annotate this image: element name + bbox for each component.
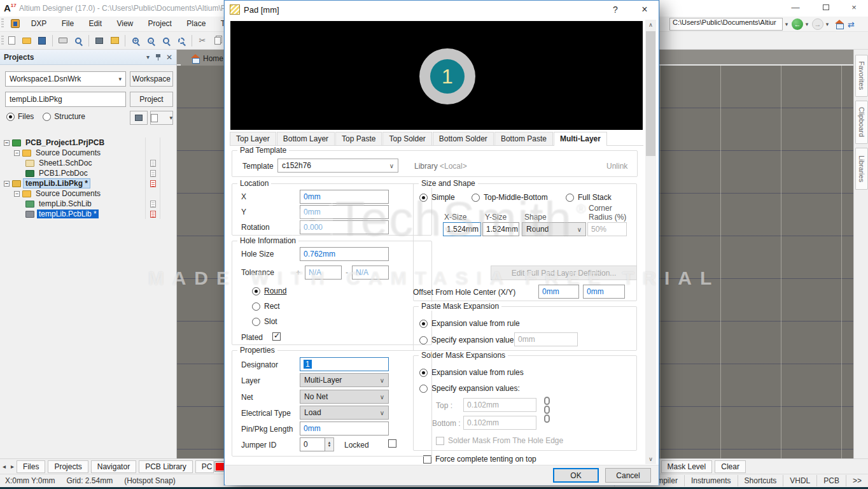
- panel-icon[interactable]: [108, 34, 122, 48]
- cancel-button[interactable]: Cancel: [605, 468, 651, 483]
- refresh-icon[interactable]: ⇄: [848, 20, 855, 29]
- shape-select[interactable]: Round∨: [522, 222, 586, 236]
- maximize-button[interactable]: [812, 0, 840, 14]
- tree-item-project[interactable]: PCB_Project1.PrjPCB: [4, 138, 173, 148]
- menu-project[interactable]: Project: [142, 17, 178, 31]
- tab-multi-layer[interactable]: Multi-Layer: [554, 132, 607, 146]
- tree-item-folder[interactable]: Source Documents: [4, 188, 173, 199]
- full-stack-radio[interactable]: [566, 194, 574, 202]
- corner-radius-input[interactable]: 50%: [587, 222, 627, 236]
- dialog-close-button[interactable]: ×: [632, 1, 657, 18]
- offset-x-input[interactable]: 0mm: [538, 285, 579, 299]
- tab-top-paste[interactable]: Top Paste: [335, 132, 382, 145]
- unlink-link[interactable]: Unlink: [606, 162, 627, 171]
- tab-top-layer[interactable]: Top Layer: [230, 132, 276, 145]
- tab-shortcuts[interactable]: Shortcuts: [738, 475, 783, 486]
- minimize-button[interactable]: —: [781, 0, 809, 14]
- hole-size-input[interactable]: 0.762mm: [300, 247, 389, 261]
- tab-favorites[interactable]: Favorites: [855, 55, 868, 97]
- electrical-type-select[interactable]: Load∨: [300, 406, 389, 420]
- mask-level-button[interactable]: Mask Level: [661, 460, 713, 473]
- dialog-scrollbar[interactable]: ∧ ∨: [645, 20, 656, 464]
- panel-tab-pcb-library[interactable]: PCB Library: [139, 460, 193, 473]
- scrollbar-thumb[interactable]: [646, 31, 655, 156]
- paste-specify-radio[interactable]: [419, 336, 428, 344]
- tab-top-solder[interactable]: Top Solder: [382, 132, 431, 145]
- tab-home[interactable]: Home: [181, 51, 230, 66]
- save-icon[interactable]: [35, 34, 49, 48]
- open-project-button[interactable]: ▾: [150, 111, 173, 125]
- mode-simple[interactable]: Simple: [419, 193, 455, 202]
- tab-instruments[interactable]: Instruments: [684, 475, 738, 486]
- tree-item-schdoc[interactable]: Sheet1.SchDoc: [4, 158, 173, 168]
- dialog-titlebar[interactable]: Pad [mm]: [225, 1, 659, 18]
- panel-tab-clipped[interactable]: PC: [195, 460, 214, 473]
- scroll-right-icon[interactable]: ▸: [8, 463, 17, 470]
- mode-full-stack[interactable]: Full Stack: [566, 193, 612, 202]
- paste-specify-option[interactable]: Specify expansion value: [419, 336, 514, 344]
- zoom-area-icon[interactable]: [174, 34, 188, 48]
- edit-pad-layer-button[interactable]: Edit Full Pad Layer Definition...: [491, 266, 637, 280]
- collapse-icon[interactable]: [4, 181, 10, 187]
- hole-edge-option[interactable]: Solder Mask From The Hole Edge: [436, 436, 563, 445]
- x-size-input[interactable]: 1.524mm: [443, 222, 481, 236]
- solder-rule-option[interactable]: Expansion value from rules: [419, 368, 524, 377]
- panel-menu-icon[interactable]: ▾: [146, 53, 150, 60]
- scroll-left-icon[interactable]: ◂: [0, 463, 8, 470]
- tree-item-libpkg[interactable]: tempLib.LibPkg *: [4, 178, 173, 188]
- paste-rule-radio[interactable]: [419, 320, 428, 328]
- sync-components-button[interactable]: [130, 111, 148, 125]
- jumper-id-input[interactable]: 0: [300, 437, 325, 451]
- copy-icon[interactable]: [211, 34, 225, 48]
- project-button[interactable]: Project: [130, 92, 173, 107]
- tree-item-folder[interactable]: Source Documents: [4, 148, 173, 158]
- forward-dropdown-icon[interactable]: ▾: [823, 21, 831, 27]
- panel-close-icon[interactable]: ✕: [166, 53, 172, 62]
- menu-edit[interactable]: Edit: [82, 17, 108, 31]
- tree-item-pcbdoc[interactable]: PCB1.PcbDoc: [4, 168, 173, 178]
- forward-icon[interactable]: →: [812, 18, 823, 30]
- open-icon[interactable]: [20, 34, 34, 48]
- zoom-document-icon[interactable]: [159, 34, 173, 48]
- net-select[interactable]: No Net∨: [300, 390, 389, 404]
- zoom-out-icon[interactable]: -: [144, 34, 158, 48]
- ok-button[interactable]: OK: [553, 468, 599, 483]
- layer-select[interactable]: Multi-Layer∨: [300, 373, 389, 387]
- rotation-input[interactable]: 0.000: [300, 220, 389, 234]
- home-nav-icon[interactable]: [835, 20, 844, 28]
- menu-place[interactable]: Place: [180, 17, 212, 31]
- workspace-select[interactable]: Workspace1.DsnWrk ▾: [5, 71, 126, 87]
- back-dropdown-icon[interactable]: ▾: [803, 21, 811, 27]
- panel-tab-navigator[interactable]: Navigator: [91, 460, 136, 473]
- menu-dxp[interactable]: DXP: [25, 17, 53, 31]
- structure-radio[interactable]: [43, 113, 51, 121]
- solder-specify-option[interactable]: Specify expansion values:: [419, 384, 520, 393]
- panel-tab-projects[interactable]: Projects: [48, 460, 88, 473]
- hole-edge-checkbox[interactable]: [436, 437, 444, 445]
- hole-shape-slot[interactable]: Slot: [252, 317, 277, 326]
- tmb-radio[interactable]: [472, 194, 480, 202]
- tree-item-pcblib[interactable]: tempLib.PcbLib *: [4, 209, 173, 219]
- tree-item-schlib[interactable]: tempLib.SchLib: [4, 199, 173, 209]
- y-size-input[interactable]: 1.524mm: [482, 222, 519, 236]
- tenting-option[interactable]: Force complete tenting on top: [423, 455, 536, 464]
- simple-radio[interactable]: [419, 194, 428, 202]
- collapse-icon[interactable]: [14, 191, 20, 197]
- zoom-in-icon[interactable]: +: [129, 34, 143, 48]
- round-radio[interactable]: [252, 287, 260, 295]
- y-input[interactable]: 0mm: [300, 205, 389, 219]
- tolerance-plus-input[interactable]: N/A: [305, 266, 342, 280]
- solder-top-input[interactable]: 0.102mm: [463, 398, 536, 412]
- print-preview-icon[interactable]: [71, 34, 85, 48]
- link-values-icon[interactable]: [543, 396, 550, 423]
- help-button[interactable]: ?: [603, 1, 628, 18]
- tab-bottom-solder[interactable]: Bottom Solder: [433, 132, 494, 145]
- files-radio[interactable]: [6, 113, 15, 121]
- tab-bottom-layer[interactable]: Bottom Layer: [277, 132, 335, 145]
- tab-vhdl[interactable]: VHDL: [783, 475, 816, 486]
- collapse-icon[interactable]: [14, 150, 20, 156]
- tab-bottom-paste[interactable]: Bottom Paste: [494, 132, 553, 145]
- print-icon[interactable]: [56, 34, 70, 48]
- menu-file[interactable]: File: [55, 17, 80, 31]
- jumper-id-stepper[interactable]: ▲▼: [325, 437, 334, 451]
